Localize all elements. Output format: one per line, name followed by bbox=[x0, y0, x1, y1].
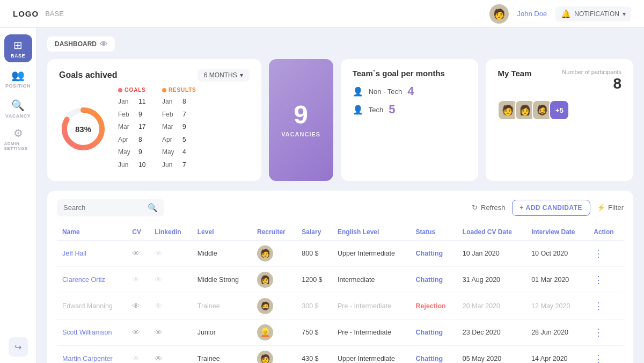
action-menu[interactable]: ⋮ bbox=[588, 319, 624, 345]
col-cv-date: Loaded CV Date bbox=[457, 224, 526, 241]
logout-button[interactable]: ↪ bbox=[9, 337, 28, 357]
dot-icon bbox=[118, 88, 122, 92]
table-row: Scott Williamson 👁 👁 Junior 👱 750 $ Pre … bbox=[57, 319, 624, 345]
salary: 430 $ bbox=[296, 345, 332, 363]
cv-icon[interactable]: 👁 bbox=[127, 345, 149, 363]
salary: 800 $ bbox=[296, 240, 332, 266]
english-level: Pre - Intermediate bbox=[332, 293, 410, 319]
linkedin-icon[interactable]: 👁 bbox=[149, 345, 192, 363]
my-team-header: My Team Number of participants 8 bbox=[497, 69, 621, 92]
tech-value: 5 bbox=[389, 103, 404, 117]
vacancies-number: 9 bbox=[294, 102, 308, 128]
goals-data-row: May9 bbox=[118, 147, 149, 158]
candidate-name: Jeff Hall bbox=[57, 240, 127, 266]
gear-icon: ⚙ bbox=[13, 127, 23, 140]
donut-chart: 83% bbox=[59, 105, 107, 153]
cv-icon[interactable]: 👁 bbox=[127, 293, 149, 319]
sidebar-item-position[interactable]: 👥 POSITION bbox=[4, 64, 32, 92]
english-level: Upper Intermediate bbox=[332, 345, 410, 363]
goals-body: 83% GOALS Jan11 Feb9 Mar17 Apr8 bbox=[59, 87, 250, 171]
recruiter-avatar: 👩 bbox=[252, 266, 296, 293]
cv-date: 20 Mar 2020 bbox=[457, 293, 526, 319]
status-badge: Chatting bbox=[410, 319, 457, 345]
tech-label: Tech bbox=[369, 106, 383, 114]
sidebar-item-vacancy[interactable]: 🔍 VACANCY bbox=[4, 95, 32, 122]
goals-col-header: GOALS bbox=[118, 87, 149, 93]
col-recruiter: Recruiter bbox=[252, 224, 296, 241]
status-badge: Chatting bbox=[410, 345, 457, 363]
goals-column: GOALS Jan11 Feb9 Mar17 Apr8 May9 Jun10 bbox=[118, 87, 149, 171]
results-column: RESULTS Jan8 Feb7 Mar9 Apr5 May4 Jun7 bbox=[162, 87, 196, 171]
top-navigation: LOGO BASE 🧑 John Doe 🔔 NOTIFICATION ▾ bbox=[0, 0, 644, 28]
col-salary: Salary bbox=[296, 224, 332, 241]
table-row: Jeff Hall 👁 👁 Middle 🧑 800 $ Upper Inter… bbox=[57, 240, 624, 266]
interview-date: 01 Mar 2020 bbox=[526, 266, 588, 293]
chevron-down-icon: ▾ bbox=[623, 10, 626, 18]
refresh-button[interactable]: ↻ Refresh bbox=[472, 204, 506, 212]
notification-button[interactable]: 🔔 NOTIFICATION ▾ bbox=[555, 6, 631, 21]
linkedin-icon[interactable]: 👁 bbox=[149, 293, 192, 319]
period-button[interactable]: 6 MONTHS ▾ bbox=[197, 69, 250, 82]
team-goal-card: Team`s goal per months 👤 Non - Tech 4 👤 … bbox=[341, 59, 479, 181]
candidate-name: Martin Carpenter bbox=[57, 345, 127, 363]
bell-icon: 🔔 bbox=[561, 9, 571, 19]
sidebar-item-label: VACANCY bbox=[5, 113, 31, 119]
participants-count: 8 bbox=[562, 75, 621, 92]
cv-date: 05 May 2020 bbox=[457, 345, 526, 363]
period-label: 6 MONTHS bbox=[204, 71, 237, 79]
col-cv: CV bbox=[127, 224, 149, 241]
my-team-title: My Team bbox=[497, 69, 531, 78]
level: Middle Strong bbox=[192, 266, 252, 293]
table-header-row: Name CV Linkedin Level Recruiter Salary … bbox=[57, 224, 624, 241]
cv-icon[interactable]: 👁 bbox=[127, 266, 149, 293]
layout: ⊞ BASE 👥 POSITION 🔍 VACANCY ⚙ ADMIN SETT… bbox=[0, 28, 644, 363]
col-linkedin: Linkedin bbox=[149, 224, 192, 241]
add-candidate-label: + ADD CANDIDATE bbox=[520, 204, 583, 212]
goals-data-row: Mar17 bbox=[118, 121, 149, 133]
filter-button[interactable]: ⚡ Filter bbox=[597, 204, 624, 212]
interview-date: 12 May 2020 bbox=[526, 293, 588, 319]
recruiter-avatar: 🧑 bbox=[252, 240, 296, 266]
action-menu[interactable]: ⋮ bbox=[588, 293, 624, 319]
person-icon: 👤 bbox=[353, 86, 363, 97]
refresh-icon: ↻ bbox=[472, 204, 478, 212]
sidebar-item-base[interactable]: ⊞ BASE bbox=[4, 34, 32, 62]
vacancies-label: VACANCIES bbox=[281, 131, 320, 137]
candidate-name: Clarence Ortiz bbox=[57, 266, 127, 293]
search-icon: 🔍 bbox=[148, 203, 158, 213]
results-data-row: Jan8 bbox=[162, 96, 196, 108]
avatar: 🧑 bbox=[489, 4, 509, 24]
search-input[interactable] bbox=[63, 204, 143, 212]
salary: 300 $ bbox=[296, 293, 332, 319]
action-menu[interactable]: ⋮ bbox=[588, 240, 624, 266]
table-row: Edward Manning 👁 👁 Trainee 🧔 300 $ Pre -… bbox=[57, 293, 624, 319]
my-team-card: My Team Number of participants 8 🧑 👩 🧔 +… bbox=[486, 59, 633, 181]
search-icon: 🔍 bbox=[11, 99, 25, 112]
cv-icon[interactable]: 👁 bbox=[127, 240, 149, 266]
team-goal-title: Team`s goal per months bbox=[353, 69, 467, 78]
dot-icon bbox=[162, 88, 166, 92]
user-name[interactable]: John Doe bbox=[517, 10, 547, 18]
linkedin-icon[interactable]: 👁 bbox=[149, 319, 192, 345]
cv-icon[interactable]: 👁 bbox=[127, 319, 149, 345]
dashboard-tab[interactable]: DASHBOARD 👁 bbox=[47, 37, 115, 52]
add-candidate-button[interactable]: + ADD CANDIDATE bbox=[512, 200, 591, 216]
action-menu[interactable]: ⋮ bbox=[588, 266, 624, 293]
goals-data-row: Jun10 bbox=[118, 159, 149, 171]
app-name: BASE bbox=[45, 10, 64, 18]
table-section: 🔍 ↻ Refresh + ADD CANDIDATE ⚡ Filter bbox=[47, 191, 633, 363]
action-menu[interactable]: ⋮ bbox=[588, 345, 624, 363]
salary: 1200 $ bbox=[296, 266, 332, 293]
sidebar-item-admin[interactable]: ⚙ ADMIN SETTINGS bbox=[4, 125, 32, 153]
team-avatars: 🧑 👩 🧔 +5 bbox=[497, 100, 621, 120]
interview-date: 10 Oct 2020 bbox=[526, 240, 588, 266]
tech-row: 👤 Tech 5 bbox=[353, 103, 467, 117]
linkedin-icon[interactable]: 👁 bbox=[149, 266, 192, 293]
linkedin-icon[interactable]: 👁 bbox=[149, 240, 192, 266]
col-status: Status bbox=[410, 224, 457, 241]
recruiter-avatar: 🧑 bbox=[252, 345, 296, 363]
interview-date: 14 Apr 2020 bbox=[526, 345, 588, 363]
participants-info: Number of participants 8 bbox=[562, 69, 621, 92]
col-action: Action bbox=[588, 224, 624, 241]
col-name: Name bbox=[57, 224, 127, 241]
